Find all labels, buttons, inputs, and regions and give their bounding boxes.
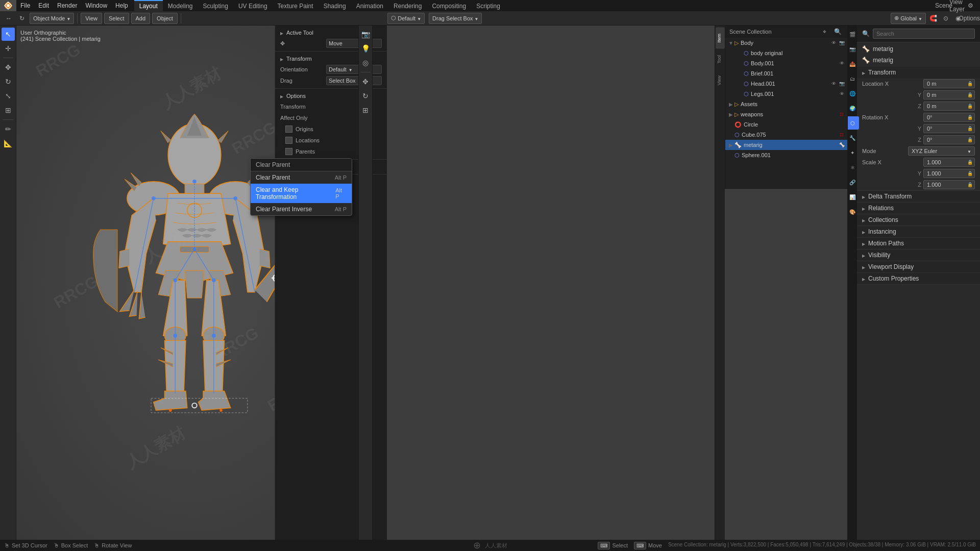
toolbar-select-btn[interactable]: Select [104,13,129,24]
visibility-header[interactable]: Visibility [857,249,980,261]
head001-render-btn[interactable]: 📷 [838,80,845,87]
tab-shading[interactable]: Shading [318,0,351,11]
move-field[interactable]: Move [326,39,382,48]
tab-rendering[interactable]: Rendering [388,0,427,11]
body001-vis-btn[interactable]: 👁 [838,60,845,67]
props-scene-data-tab[interactable]: 🌐 [847,87,859,100]
tab-texture-paint[interactable]: Texture Paint [273,0,318,11]
loc-y-lock[interactable]: 🔒 [967,92,973,97]
scale-z-field[interactable]: 1.000 🔒 [923,180,975,189]
outliner-item-brief001[interactable]: ⬡ Brief.001 [725,68,847,79]
props-object-tab[interactable]: ⬡ [847,116,859,130]
vp-grid-icon[interactable]: ⊞ [359,104,372,117]
tab-modeling[interactable]: Modeling [163,0,198,11]
rotation-z-field[interactable]: 0° 🔒 [923,135,975,144]
drag-dropdown[interactable]: Select Box [326,76,382,85]
menu-file[interactable]: File [16,0,34,11]
drag-dropdown[interactable]: Drag Select Box [429,13,482,24]
weapons-arrow[interactable]: ▶ [727,112,734,117]
props-particles-tab[interactable]: ✦ [847,146,859,159]
outliner-item-sphere001[interactable]: ⬡ Sphere.001 [725,150,847,160]
side-tab-item[interactable]: Item [716,28,725,49]
scale-tool[interactable]: ⤡ [2,89,15,103]
rot-z-lock[interactable]: 🔒 [967,137,973,142]
scale-y-field[interactable]: 1.000 🔒 [923,169,975,178]
cube075-vis-btn[interactable]: ⊡ [838,131,845,138]
mode-dropdown[interactable]: Object Mode [30,13,74,24]
cursor-tool[interactable]: ✛ [2,42,15,55]
props-output-tab[interactable]: 📤 [847,57,859,70]
outliner-item-assets[interactable]: ▶ ▷ Assets [725,99,847,109]
transform-section-header[interactable]: Transform [857,67,980,78]
vp-lamp-icon[interactable]: 💡 [359,42,372,55]
menu-window[interactable]: Window [81,0,111,11]
motion-paths-header[interactable]: Motion Paths [857,238,980,249]
orientation-dropdown[interactable]: Default [326,65,382,74]
assets-arrow[interactable]: ▶ [727,102,734,107]
body-expand-arrow[interactable]: ▼ [727,40,734,46]
scale-x-field[interactable]: 1.000 🔒 [923,158,975,167]
outliner-item-body001[interactable]: ⬡ Body.001 👁 [725,58,847,68]
toolbar-object-btn[interactable]: Object [152,13,178,24]
body-vis-btn[interactable]: 👁 [830,39,837,46]
origins-checkbox[interactable] [285,126,292,133]
tab-scripting[interactable]: Scripting [471,0,505,11]
location-y-field[interactable]: 0 m 🔒 [923,90,975,99]
vp-move-icon[interactable]: ✥ [359,75,372,88]
orientation-dropdown[interactable]: ⬡ Default [387,13,425,24]
tab-uv-editing[interactable]: UV Editing [233,0,273,11]
instancing-header[interactable]: Instancing [857,226,980,237]
measure-tool[interactable]: 📐 [2,137,15,150]
toolbar-rotate-icon[interactable]: ↻ [16,13,28,24]
toolbar-move-icon[interactable]: ↔ [3,13,14,24]
outliner-item-weapons[interactable]: ▶ ▷ weapons ⊡ [725,109,847,119]
scale-z-lock[interactable]: 🔒 [967,182,973,187]
menu-render[interactable]: Render [53,0,81,11]
props-search-input[interactable] [873,29,975,39]
relations-header[interactable]: Relations [857,203,980,214]
rotation-x-field[interactable]: 0° 🔒 [923,113,975,122]
props-data-tab[interactable]: 📊 [847,190,859,204]
vp-camera-icon[interactable]: 📷 [359,28,372,41]
context-menu-clear-keep[interactable]: Clear and Keep Transformation Alt P [251,184,352,203]
weapons-vis-btn[interactable]: ⊡ [838,111,845,118]
toolbar-add-btn[interactable]: Add [131,13,151,24]
scale-y-lock[interactable]: 🔒 [967,171,973,176]
outliner-item-metarig[interactable]: ▶ 🦴 metarig 🦴 [725,140,847,150]
outliner-item-cube075[interactable]: ⬡ Cube.075 ⊡ [725,130,847,140]
loc-z-lock[interactable]: 🔒 [967,104,973,109]
collections-header[interactable]: Collections [857,214,980,226]
options-dropdown[interactable]: Options [966,13,977,24]
delta-transform-header[interactable]: Delta Transform [857,191,980,202]
vp-render-icon[interactable]: ◎ [359,56,372,69]
props-modifiers-tab[interactable]: 🔧 [847,131,859,144]
transform-tool[interactable]: ⊞ [2,104,15,117]
outliner-filter-icon[interactable]: ⌖ [819,26,830,37]
context-menu-clear-inverse[interactable]: Clear Parent Inverse Alt P [251,203,352,215]
side-tab-view[interactable]: View [716,69,725,91]
blender-logo[interactable] [0,0,16,11]
location-z-field[interactable]: 0 m 🔒 [923,102,975,111]
props-constraints-tab[interactable]: 🔗 [847,176,859,189]
rot-y-lock[interactable]: 🔒 [967,126,973,131]
proportional-icon[interactable]: ⊙ [940,13,951,24]
tab-sculpting[interactable]: Sculpting [198,0,233,11]
parents-checkbox[interactable] [285,148,292,155]
props-render-tab[interactable]: 📷 [847,42,859,56]
scale-x-lock[interactable]: 🔒 [967,160,973,165]
rot-x-lock[interactable]: 🔒 [967,115,973,120]
menu-edit[interactable]: Edit [34,0,53,11]
side-tab-tool[interactable]: Tool [716,49,725,70]
outliner-item-body[interactable]: ▼ ▷ Body 👁 📷 [725,38,847,48]
rotation-y-field[interactable]: 0° 🔒 [923,124,975,133]
annotate-tool[interactable]: ✏ [2,122,15,136]
props-scene-tab[interactable]: 🎬 [847,28,859,41]
custom-props-header[interactable]: Custom Properties [857,273,980,284]
move-tool[interactable]: ✥ [2,61,15,74]
rotation-mode-dropdown[interactable]: XYZ Euler [908,146,975,156]
metarig-type-btn[interactable]: 🦴 [838,141,845,148]
outliner-item-legs001[interactable]: ⬡ Legs.001 👁 [725,89,847,99]
context-menu-clear-parent[interactable]: Clear Parent Alt P [251,171,352,184]
legs001-vis-btn[interactable]: 👁 [838,90,845,97]
toolbar-view-btn[interactable]: View [81,13,102,24]
